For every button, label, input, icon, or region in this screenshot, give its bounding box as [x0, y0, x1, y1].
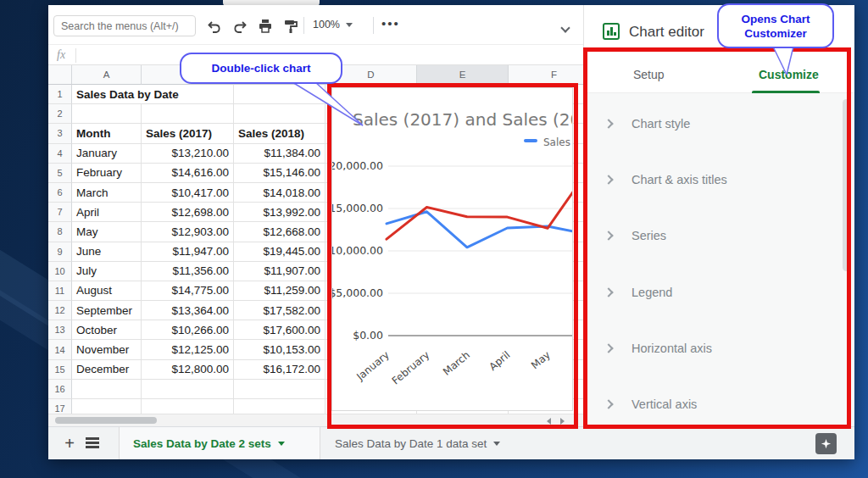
cell[interactable]: $19,445.00 [234, 242, 326, 262]
row-header-10[interactable]: 10 [48, 262, 72, 281]
cell[interactable] [142, 399, 234, 414]
cell[interactable]: December [72, 360, 142, 380]
scrollbar-thumb[interactable] [55, 417, 157, 424]
cell[interactable]: $10,417.00 [142, 183, 234, 203]
all-sheets-menu-icon[interactable] [86, 437, 99, 449]
cell[interactable]: $11,947.00 [142, 242, 234, 262]
zoom-select[interactable]: 100% [313, 19, 353, 31]
sheet-tab-active[interactable]: Sales Data by Date 2 sets [119, 427, 320, 459]
annotation-box-panel [583, 47, 851, 429]
row-header-17[interactable]: 17 [48, 399, 72, 414]
grid-corner[interactable] [48, 65, 72, 85]
redo-icon[interactable] [231, 19, 248, 34]
cell[interactable]: $13,210.00 [142, 144, 234, 164]
row-header-9[interactable]: 9 [48, 242, 72, 262]
annotation-box-chart [327, 83, 578, 429]
chevron-down-icon [346, 23, 353, 27]
toolbar-separator [303, 17, 304, 34]
row-header-12[interactable]: 12 [48, 301, 72, 320]
cell[interactable]: Sales Data by Date [72, 85, 234, 104]
chevron-down-icon [278, 442, 285, 446]
callout-text: Customizer [744, 26, 807, 41]
paint-format-icon[interactable] [282, 19, 299, 34]
explore-button[interactable] [815, 433, 837, 454]
row-header-4[interactable]: 4 [48, 144, 72, 164]
cell[interactable]: June [72, 242, 142, 262]
cell[interactable]: November [72, 340, 142, 359]
cell[interactable]: $12,125.00 [142, 340, 234, 359]
cell[interactable]: $10,153.00 [234, 340, 326, 359]
cell[interactable]: $10,266.00 [142, 320, 234, 340]
row-header-6[interactable]: 6 [48, 183, 72, 203]
row-header-8[interactable]: 8 [48, 222, 72, 242]
cell[interactable] [142, 380, 234, 399]
zoom-value: 100% [313, 19, 340, 31]
cell[interactable]: March [72, 183, 142, 203]
cell[interactable]: January [72, 144, 142, 164]
sheet-tab-inactive[interactable]: Sales Data by Date 1 data set [321, 427, 514, 459]
print-icon[interactable] [257, 19, 274, 34]
callout-text: Opens Chart [741, 12, 810, 26]
row-header-5[interactable]: 5 [48, 164, 72, 183]
column-header-E[interactable]: E [417, 65, 509, 85]
cell[interactable]: $13,992.00 [234, 203, 326, 222]
row-header-16[interactable]: 16 [48, 380, 72, 399]
add-sheet-button[interactable]: + [58, 432, 81, 454]
cell[interactable]: April [72, 203, 142, 222]
cell[interactable] [72, 399, 142, 414]
formula-bar-separator [75, 48, 76, 63]
cell[interactable] [142, 104, 234, 124]
sheet-tab-label: Sales Data by Date 2 sets [133, 437, 271, 450]
cell[interactable]: $12,698.00 [142, 203, 234, 222]
row-header-13[interactable]: 13 [48, 320, 72, 340]
cell[interactable]: August [72, 281, 142, 301]
collapse-toolbar-chevron[interactable] [562, 19, 571, 29]
cell[interactable]: $17,600.00 [234, 320, 326, 340]
row-header-1[interactable]: 1 [48, 85, 72, 104]
undo-icon[interactable] [206, 19, 223, 34]
cell[interactable] [234, 380, 326, 399]
cell[interactable]: $13,364.00 [142, 301, 234, 320]
column-header-A[interactable]: A [72, 65, 142, 85]
row-header-7[interactable]: 7 [48, 203, 72, 222]
row-header-11[interactable]: 11 [48, 281, 72, 301]
cell[interactable]: $11,384.00 [234, 144, 326, 164]
search-input[interactable] [53, 15, 196, 36]
cell[interactable]: $16,172.00 [234, 360, 326, 380]
cell[interactable] [72, 380, 142, 399]
row-header-3[interactable]: 3 [48, 124, 72, 143]
cell[interactable]: $11,259.00 [234, 281, 326, 301]
cell[interactable]: $11,907.00 [234, 262, 326, 281]
cell[interactable]: July [72, 262, 142, 281]
fx-icon: fx [57, 48, 65, 62]
callout-double-click-chart: Double-click chart [180, 53, 342, 84]
cell[interactable]: Sales (2017) [142, 124, 234, 143]
sheet-tab-label: Sales Data by Date 1 data set [335, 437, 487, 450]
row-header-15[interactable]: 15 [48, 360, 72, 380]
cell[interactable]: Month [72, 124, 142, 143]
cell[interactable]: $14,775.00 [142, 281, 234, 301]
callout-tail [280, 81, 369, 131]
cell[interactable]: May [72, 222, 142, 242]
callout-text: Double-click chart [211, 62, 310, 75]
more-options-button[interactable]: ••• [381, 16, 400, 31]
panel-title: Chart editor [629, 24, 704, 41]
cell[interactable]: $11,356.00 [142, 262, 234, 281]
column-header-F[interactable]: F [509, 65, 583, 85]
cell[interactable]: September [72, 301, 142, 320]
cell[interactable]: $15,146.00 [234, 164, 326, 183]
cell[interactable]: $14,616.00 [142, 164, 234, 183]
row-header-2[interactable]: 2 [48, 104, 72, 124]
cell[interactable]: October [72, 320, 142, 340]
cell[interactable]: $12,800.00 [142, 360, 234, 380]
cell[interactable] [234, 399, 326, 414]
sparkle-icon [820, 437, 832, 450]
cell[interactable]: $17,582.00 [234, 301, 326, 320]
cell[interactable]: $12,668.00 [234, 222, 326, 242]
row-header-14[interactable]: 14 [48, 340, 72, 359]
cell[interactable]: $14,018.00 [234, 183, 326, 203]
cell[interactable] [72, 104, 142, 124]
cell[interactable]: February [72, 164, 142, 183]
cell[interactable]: $12,903.00 [142, 222, 234, 242]
callout-tail [767, 45, 801, 79]
